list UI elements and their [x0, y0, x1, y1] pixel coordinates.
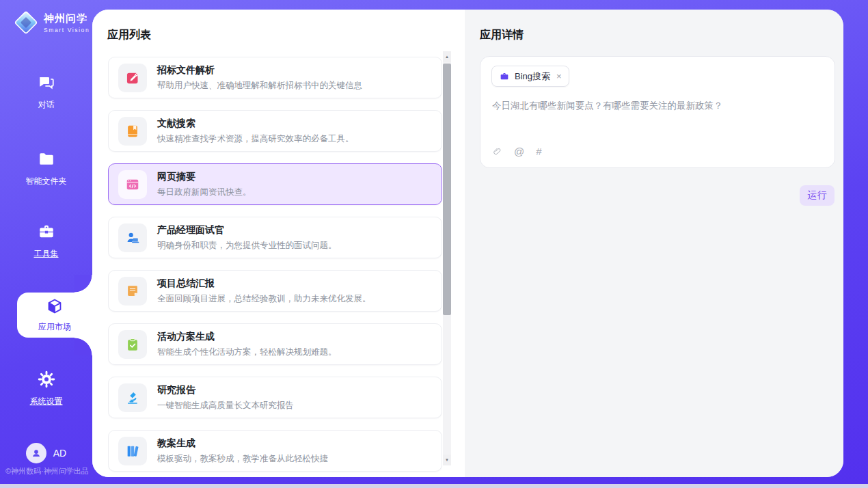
- sidebar-item-folders[interactable]: 智能文件夹: [0, 150, 92, 187]
- app-list-panel: 应用列表 招标文件解析 帮助用户快速、准确地理解和解析招标书中的关键信息 文献搜…: [92, 10, 465, 477]
- app-card-lit-search[interactable]: 文献搜索 快速精准查找学术资源，提高研究效率的必备工具。: [108, 110, 442, 152]
- scroll-down-button[interactable]: ▼: [443, 455, 451, 465]
- brand-subtitle: Smart Vision: [44, 27, 90, 33]
- app-card-pm-interview[interactable]: 产品经理面试官 明确身份和职责，为您提供专业性的面试问题。: [108, 217, 442, 258]
- user-account[interactable]: AD: [0, 443, 92, 463]
- app-card-description: 帮助用户快速、准确地理解和解析招标书中的关键信息: [157, 80, 362, 92]
- app-card-description: 全面回顾项目进展，总结经验教训，助力未来优化发展。: [157, 293, 371, 305]
- interviewer-icon: [118, 223, 147, 252]
- app-card-web-digest[interactable]: 网页摘要 每日政府新闻资讯快查。: [108, 163, 442, 205]
- topic-icon[interactable]: #: [536, 146, 541, 157]
- sidebar-item-label: 应用市场: [38, 321, 71, 333]
- app-card-title: 招标文件解析: [157, 64, 362, 77]
- remove-tag-button[interactable]: ×: [556, 71, 562, 81]
- app-card-description: 明确身份和职责，为您提供专业性的面试问题。: [157, 240, 337, 252]
- app-card-title: 网页摘要: [157, 171, 252, 183]
- brand-name: 神州问学: [44, 12, 90, 25]
- user-avatar-icon: [26, 443, 46, 463]
- app-detail-title: 应用详情: [480, 28, 524, 42]
- active-tab-fillet-bottom: [74, 338, 92, 355]
- app-window: 神州问学 Smart Vision 对话 智能文件夹 工具集 应用市场: [0, 0, 868, 488]
- sidebar-item-label: 系统设置: [30, 396, 63, 407]
- scrollbar[interactable]: ▲ ▼: [443, 51, 451, 465]
- user-initials: AD: [53, 448, 66, 459]
- app-card-title: 教案生成: [157, 437, 328, 450]
- folder-icon: [38, 150, 55, 171]
- copyright-footer: ©神州数码·神州问学出品: [5, 466, 89, 476]
- app-card-event-plan[interactable]: 活动方案生成 智能生成个性化活动方案，轻松解决规划难题。: [108, 323, 442, 365]
- books-icon: [118, 437, 147, 465]
- app-card-proj-report[interactable]: 项目总结汇报 全面回顾项目进展，总结经验教训，助力未来优化发展。: [108, 270, 442, 312]
- app-card-title: 文献搜索: [157, 118, 354, 130]
- sidebar-item-label: 工具集: [34, 248, 59, 260]
- toolbox-icon: [38, 223, 55, 243]
- prompt-input[interactable]: 今日湖北有哪些新闻要点？有哪些需要关注的最新政策？: [492, 99, 824, 113]
- app-card-description: 快速精准查找学术资源，提高研究效率的必备工具。: [157, 133, 354, 145]
- tool-tag-bing-search[interactable]: Bing搜索 ×: [491, 66, 569, 87]
- app-card-bid-parse[interactable]: 招标文件解析 帮助用户快速、准确地理解和解析招标书中的关键信息: [108, 57, 442, 98]
- brand-diamond-icon: [13, 10, 39, 36]
- tool-tag-label: Bing搜索: [515, 70, 550, 83]
- sidebar-item-tools[interactable]: 工具集: [0, 223, 92, 260]
- browser-code-icon: [118, 170, 147, 199]
- briefcase-icon: [499, 71, 510, 82]
- app-card-title: 活动方案生成: [157, 331, 337, 343]
- attach-icon[interactable]: [492, 146, 502, 157]
- scrollbar-thumb[interactable]: [443, 64, 451, 315]
- clipboard-check-icon: [118, 330, 147, 359]
- microscope-icon: [118, 383, 147, 412]
- cube-icon: [46, 297, 64, 318]
- app-card-title: 项目总结汇报: [157, 277, 371, 290]
- app-card-description: 每日政府新闻资讯快查。: [157, 187, 252, 198]
- sidebar-item-settings[interactable]: 系统设置: [0, 370, 92, 407]
- app-card-description: 一键智能生成高质量长文本研究报告: [157, 400, 294, 411]
- note-icon: [118, 277, 147, 306]
- sidebar: 神州问学 Smart Vision 对话 智能文件夹 工具集 应用市场: [0, 0, 92, 488]
- gear-icon: [38, 370, 55, 391]
- app-card-description: 模板驱动，教案秒成，教学准备从此轻松快捷: [157, 453, 328, 465]
- mention-icon[interactable]: @: [514, 146, 524, 157]
- app-card-description: 智能生成个性化活动方案，轻松解决规划难题。: [157, 347, 337, 358]
- sidebar-item-market[interactable]: 应用市场: [17, 293, 92, 338]
- chat-icon: [38, 74, 55, 94]
- app-detail-panel: 应用详情 Bing搜索 × 今日湖北有哪些新闻要点？有哪些需要关注的最新政策？ …: [465, 10, 843, 477]
- app-card-list: 招标文件解析 帮助用户快速、准确地理解和解析招标书中的关键信息 文献搜索 快速精…: [108, 57, 442, 477]
- content-shell: 应用列表 招标文件解析 帮助用户快速、准确地理解和解析招标书中的关键信息 文献搜…: [92, 10, 843, 477]
- app-card-title: 产品经理面试官: [157, 224, 337, 236]
- app-card-research[interactable]: 研究报告 一键智能生成高质量长文本研究报告: [108, 377, 442, 418]
- bottom-strip: [0, 484, 868, 488]
- scroll-up-button[interactable]: ▲: [443, 51, 451, 62]
- pen-square-icon: [118, 64, 147, 92]
- prompt-card: Bing搜索 × 今日湖北有哪些新闻要点？有哪些需要关注的最新政策？ @ #: [480, 56, 835, 168]
- sidebar-item-label: 对话: [38, 99, 55, 111]
- sidebar-item-label: 智能文件夹: [26, 176, 67, 187]
- prompt-toolbar: @ #: [492, 146, 542, 157]
- app-card-title: 研究报告: [157, 384, 294, 396]
- active-tab-fillet-top: [74, 275, 92, 293]
- brand-logo: 神州问学 Smart Vision: [13, 10, 90, 36]
- book-icon: [118, 117, 147, 146]
- sidebar-item-chat[interactable]: 对话: [0, 74, 92, 111]
- app-list-title: 应用列表: [107, 28, 151, 42]
- run-button[interactable]: 运行: [800, 185, 835, 206]
- app-card-lesson-plan[interactable]: 教案生成 模板驱动，教案秒成，教学准备从此轻松快捷: [108, 430, 442, 472]
